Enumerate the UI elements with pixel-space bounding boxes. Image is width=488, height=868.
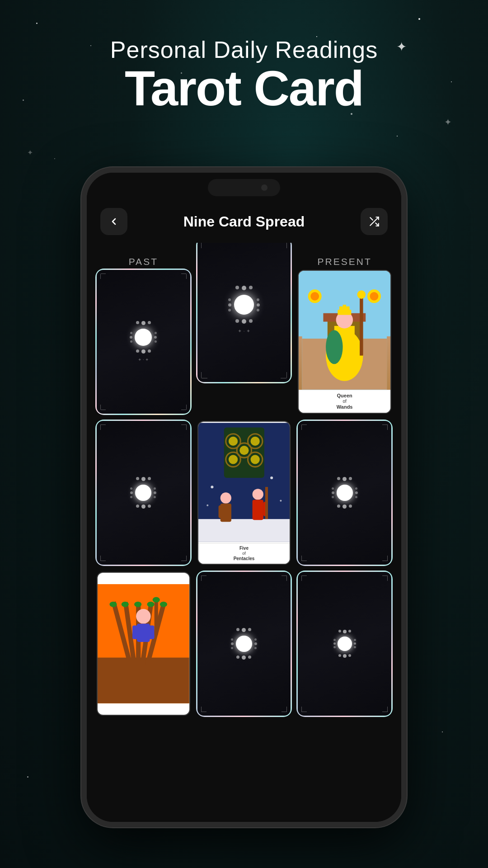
card-back-6[interactable] — [298, 572, 391, 716]
shuffle-button[interactable] — [361, 208, 388, 235]
svg-point-30 — [239, 446, 249, 455]
future-column: ✦ · ✦ — [197, 243, 291, 382]
svg-rect-19 — [198, 519, 290, 542]
svg-rect-37 — [265, 487, 268, 519]
card-back-3[interactable] — [97, 421, 190, 565]
card-back-5[interactable] — [197, 572, 291, 716]
subtitle: Personal Daily Readings — [0, 36, 488, 63]
app-content: Nine Card Spread FUTURE — [87, 173, 401, 822]
star — [54, 158, 55, 159]
svg-rect-13 — [343, 305, 347, 311]
header-area: Personal Daily Readings Tarot Card — [0, 36, 488, 113]
svg-point-39 — [270, 476, 273, 479]
svg-point-16 — [357, 290, 366, 299]
svg-point-31 — [220, 492, 231, 503]
phone-mockup: Nine Card Spread FUTURE — [81, 167, 407, 827]
star-plus: ✦ — [444, 118, 452, 127]
svg-point-50 — [136, 609, 150, 623]
svg-point-5 — [370, 292, 379, 301]
five-of-pentacles-card[interactable]: Five of Pentacles — [197, 421, 291, 565]
svg-point-28 — [250, 455, 259, 464]
spread-area: FUTURE PAST — [87, 243, 401, 822]
star — [397, 136, 398, 137]
label-empty-1 — [97, 243, 195, 254]
star — [27, 776, 28, 778]
back-button[interactable] — [100, 208, 127, 235]
svg-point-56 — [122, 602, 129, 607]
svg-point-24 — [250, 437, 259, 446]
svg-point-40 — [280, 500, 282, 502]
past-label: PAST — [129, 256, 158, 267]
front-camera — [261, 184, 267, 191]
label-empty-2 — [293, 243, 391, 254]
queen-of-wands-card[interactable]: Queen of Wands — [298, 270, 391, 414]
svg-point-59 — [160, 602, 167, 607]
nav-title: Nine Card Spread — [183, 213, 305, 230]
phone-screen: Nine Card Spread FUTURE — [87, 173, 401, 822]
cards-row3 — [97, 572, 391, 716]
svg-rect-53 — [147, 625, 154, 639]
svg-rect-15 — [360, 296, 363, 355]
present-column: PRESENT — [298, 256, 391, 414]
star — [36, 23, 38, 24]
star — [442, 731, 443, 732]
cards-row1: PAST — [97, 256, 391, 414]
past-column: PAST — [97, 256, 190, 414]
svg-point-22 — [229, 437, 238, 446]
svg-rect-33 — [218, 505, 224, 518]
svg-point-26 — [229, 455, 238, 464]
nav-bar: Nine Card Spread — [87, 203, 401, 240]
card-back-future[interactable]: ✦ · ✦ — [197, 243, 291, 382]
svg-point-58 — [147, 602, 154, 607]
svg-point-41 — [206, 505, 208, 506]
star — [418, 18, 420, 20]
seven-of-wands-card[interactable] — [97, 572, 190, 716]
card-back-1[interactable]: ✦ · ✦ — [97, 270, 190, 414]
svg-rect-14 — [346, 307, 350, 311]
svg-rect-52 — [132, 625, 140, 639]
svg-point-57 — [134, 602, 141, 607]
svg-point-60 — [153, 597, 160, 603]
title: Tarot Card — [0, 63, 488, 113]
svg-point-38 — [211, 486, 213, 488]
card-back-4[interactable] — [298, 421, 391, 565]
svg-rect-12 — [339, 307, 343, 311]
svg-rect-54 — [155, 598, 158, 635]
notch — [208, 179, 280, 196]
star-plus: ✦ — [27, 149, 33, 156]
svg-rect-35 — [252, 500, 263, 520]
svg-point-34 — [252, 489, 263, 500]
svg-point-3 — [311, 292, 319, 301]
cards-row2: Five of Pentacles — [97, 421, 391, 565]
svg-point-55 — [109, 602, 117, 607]
present-label: PRESENT — [318, 256, 372, 267]
svg-point-17 — [326, 330, 343, 364]
